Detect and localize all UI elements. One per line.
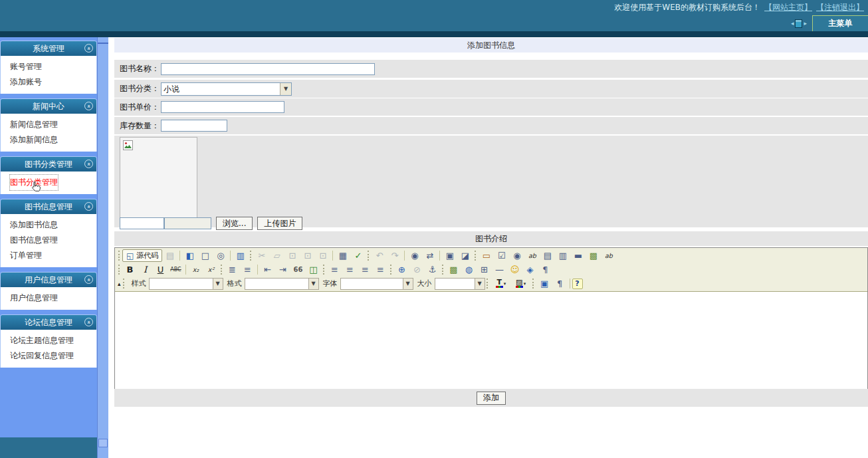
hidden-field-button[interactable]: ab: [601, 249, 616, 262]
align-left-button[interactable]: ≡: [327, 263, 342, 276]
create-div-button[interactable]: ◫: [306, 263, 321, 276]
superscript-button[interactable]: x²: [203, 263, 219, 276]
site-home-link[interactable]: 【网站主页】: [764, 2, 812, 13]
redo-button[interactable]: ↷: [387, 249, 402, 262]
dropdown-arrow-icon[interactable]: ▼: [280, 83, 291, 95]
collapse-chevron-icon[interactable]: «: [84, 202, 93, 211]
tab-main-menu[interactable]: 主菜单: [812, 15, 868, 31]
horizontal-rule-button[interactable]: —: [492, 263, 507, 276]
find-button[interactable]: ◉: [407, 249, 422, 262]
collapse-chevron-icon[interactable]: «: [84, 160, 93, 168]
paste-button[interactable]: ⊡: [284, 249, 300, 262]
bold-button[interactable]: B: [122, 263, 138, 276]
collapse-chevron-icon[interactable]: «: [84, 318, 93, 326]
sidebar-item-user-info-management[interactable]: 用户信息管理: [1, 290, 96, 306]
textarea-button[interactable]: ▤: [540, 249, 555, 262]
section-header-user-info[interactable]: 用户信息管理 «: [1, 273, 96, 287]
dropdown-arrow-icon[interactable]: ▼: [475, 278, 485, 290]
sidebar-item-add-news[interactable]: 添加新闻信息: [1, 132, 96, 148]
sidebar-item-add-book-info[interactable]: 添加图书信息: [1, 217, 96, 233]
underline-button[interactable]: U: [153, 263, 168, 276]
align-right-button[interactable]: ≡: [358, 263, 373, 276]
undo-button[interactable]: ↶: [372, 249, 387, 262]
upload-image-button[interactable]: 上传图片: [257, 217, 302, 230]
image-name-input[interactable]: [120, 217, 164, 229]
select-field-button[interactable]: ▥: [555, 249, 570, 262]
templates-button[interactable]: ▥: [233, 249, 248, 262]
show-blocks-button[interactable]: ¶: [552, 277, 568, 290]
new-page-button[interactable]: □: [197, 249, 213, 262]
numbered-list-button[interactable]: ≣: [225, 263, 240, 276]
radio-button[interactable]: ◉: [509, 249, 524, 262]
strike-button[interactable]: ABC: [168, 263, 183, 276]
format-select[interactable]: ▼: [245, 278, 319, 290]
special-char-button[interactable]: ◈: [522, 263, 538, 276]
sidebar-scrollbar[interactable]: [97, 37, 108, 458]
doc-props-button[interactable]: ▤: [162, 249, 177, 262]
paste-word-button[interactable]: ⊡: [315, 249, 330, 262]
print-button[interactable]: ▦: [335, 249, 350, 262]
font-select[interactable]: ▼: [340, 278, 413, 290]
italic-button[interactable]: I: [138, 263, 153, 276]
collapse-chevron-icon[interactable]: «: [84, 275, 93, 284]
preview-button[interactable]: ◎: [213, 249, 228, 262]
spell-check-button[interactable]: ✓: [350, 249, 366, 262]
collapse-chevron-icon[interactable]: «: [84, 44, 93, 53]
section-header-forum-info[interactable]: 论坛信息管理 «: [1, 315, 96, 330]
select-all-button[interactable]: ▣: [442, 249, 457, 262]
editor-body[interactable]: [115, 292, 867, 389]
checkbox-button[interactable]: ☑: [494, 249, 509, 262]
subscript-button[interactable]: x₂: [188, 263, 203, 276]
anchor-button[interactable]: ⚓: [425, 263, 440, 276]
text-field-button[interactable]: ab: [524, 249, 540, 262]
background-color-button[interactable]: ▨▾: [511, 277, 531, 290]
logout-link[interactable]: 【注销退出】: [816, 2, 864, 13]
copy-button[interactable]: ▱: [269, 249, 284, 262]
cut-button[interactable]: ✂: [254, 249, 269, 262]
remove-format-button[interactable]: ◪: [457, 249, 473, 262]
link-button[interactable]: ⊕: [394, 263, 409, 276]
style-select[interactable]: ▼: [149, 278, 223, 290]
dropdown-arrow-icon[interactable]: ▼: [213, 278, 223, 290]
sidebar-item-news-management[interactable]: 新闻信息管理: [1, 117, 96, 132]
replace-button[interactable]: ⇄: [422, 249, 437, 262]
sidebar-item-book-category-management[interactable]: 图书分类管理: [1, 175, 96, 190]
sidebar-item-forum-reply-management[interactable]: 论坛回复信息管理: [1, 348, 96, 364]
size-select[interactable]: ▼: [435, 278, 485, 290]
collapse-chevron-icon[interactable]: «: [84, 102, 93, 110]
form-button[interactable]: ▭: [479, 249, 494, 262]
book-price-input[interactable]: [161, 101, 284, 113]
unlink-button[interactable]: ⊘: [409, 263, 425, 276]
align-center-button[interactable]: ≡: [342, 263, 358, 276]
section-header-news-center[interactable]: 新闻中心 «: [1, 99, 96, 114]
toolbar-collapse-icon[interactable]: ▴: [118, 281, 121, 287]
sidebar-item-account-management[interactable]: 账号管理: [1, 59, 96, 74]
stock-quantity-input[interactable]: [161, 120, 227, 132]
scrollbar-button[interactable]: [98, 439, 108, 447]
about-button[interactable]: ?: [572, 279, 583, 289]
image-button-button[interactable]: ▩: [586, 249, 601, 262]
align-justify-button[interactable]: ≡: [373, 263, 388, 276]
sidebar-toggle-icon[interactable]: ◂ ▸: [786, 15, 812, 31]
sidebar-item-forum-topic-management[interactable]: 论坛主题信息管理: [1, 333, 96, 348]
blockquote-button[interactable]: 66: [290, 263, 306, 276]
button-field-button[interactable]: ▬: [570, 249, 586, 262]
add-book-submit-button[interactable]: 添加: [477, 392, 506, 405]
image-button[interactable]: ▩: [446, 263, 461, 276]
book-category-select[interactable]: 小说 ▼: [161, 82, 292, 96]
image-file-input[interactable]: [164, 217, 211, 229]
dropdown-caret-icon[interactable]: ▾: [524, 281, 526, 286]
save-button[interactable]: ◧: [182, 249, 197, 262]
section-header-book-category[interactable]: 图书分类管理 «: [1, 157, 96, 172]
maximize-button[interactable]: ▣: [537, 277, 552, 290]
bulleted-list-button[interactable]: ≡: [240, 263, 255, 276]
sidebar-item-add-account[interactable]: 添加账号: [1, 74, 96, 90]
paste-text-button[interactable]: ⊡: [300, 249, 315, 262]
dropdown-arrow-icon[interactable]: ▼: [403, 278, 413, 290]
dropdown-caret-icon[interactable]: ▾: [504, 281, 506, 286]
outdent-button[interactable]: ⇤: [260, 263, 275, 276]
sidebar-item-order-management[interactable]: 订单管理: [1, 248, 96, 263]
text-color-button[interactable]: T▾: [491, 277, 511, 290]
dropdown-arrow-icon[interactable]: ▼: [308, 278, 319, 290]
table-button[interactable]: ⊞: [477, 263, 492, 276]
